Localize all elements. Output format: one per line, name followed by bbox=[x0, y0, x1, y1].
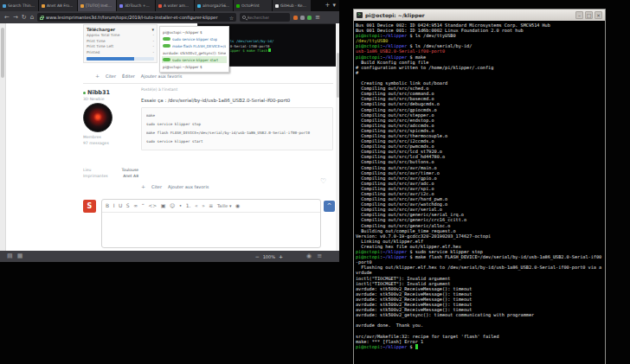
code-popup-text: pi@octopi:~/klipper $ bbox=[163, 65, 202, 69]
refresh-icon[interactable]: ↻ bbox=[22, 15, 27, 21]
terminal-text: Compiling out/src/lcd_hd44780.o bbox=[356, 154, 445, 159]
browser-tab[interactable]: GitHub - Ke... bbox=[273, 0, 312, 11]
terminal-text: Compiling out/src/avr/spi.o bbox=[356, 186, 434, 191]
browser-tab[interactable]: Anet A8 Fro... bbox=[39, 0, 78, 11]
member-field-row: ImprimantesAnet A8 bbox=[83, 173, 138, 179]
tab-list-button[interactable]: ▾ bbox=[332, 3, 336, 9]
print-progress-bar bbox=[87, 57, 154, 61]
tab-favicon bbox=[3, 4, 6, 8]
chevron-down-icon[interactable]: ▾ bbox=[151, 27, 154, 32]
minimize-button[interactable]: – bbox=[575, 11, 583, 19]
reply-editor[interactable]: BIUS∞“<>▣☺•1.«»≡Taille ▾◉ bbox=[101, 199, 321, 248]
terminal-text: Compiling out/src/command.o bbox=[356, 91, 434, 96]
like-heart-icon[interactable]: ♡ bbox=[320, 177, 326, 185]
strikethrough-icon[interactable]: S bbox=[126, 203, 130, 208]
bookmark-star-icon[interactable]: ☆ bbox=[229, 15, 234, 21]
search-icon bbox=[242, 16, 246, 19]
reply-actions-row: + CiterAjouter aux favoris bbox=[141, 183, 209, 189]
italic-icon[interactable]: I bbox=[113, 203, 115, 208]
font-size-label[interactable]: Taille ▾ bbox=[217, 203, 232, 208]
action-link-ajouter-aux-favoris[interactable]: Ajouter aux favoris bbox=[141, 73, 182, 79]
author-avatar[interactable] bbox=[83, 103, 112, 132]
new-tab-button[interactable]: + bbox=[325, 3, 331, 9]
terminal-text: Compiling out/src/avr/main.o bbox=[356, 165, 437, 170]
quote-icon[interactable]: “ bbox=[142, 203, 145, 208]
numbered-list-icon[interactable]: 1. bbox=[186, 203, 191, 208]
author-rank: 3D Newbie bbox=[83, 97, 138, 101]
underline-icon[interactable]: U bbox=[119, 203, 122, 208]
desktop: Search Thin...Anet A8 Fro...[TUTO] Inst.… bbox=[0, 0, 630, 364]
extension-icon[interactable] bbox=[293, 16, 298, 20]
state-row-value: - bbox=[152, 50, 154, 56]
terminal-text: Compiling out/src/buttons.o bbox=[356, 159, 434, 164]
code-line: sudo service klipper start bbox=[146, 137, 328, 146]
browser-tab[interactable]: Search Thin... bbox=[0, 0, 39, 11]
quoted-post-actions-row: + CiterÉditerAjouter aux favoris bbox=[95, 73, 182, 79]
editor-text-area[interactable] bbox=[102, 213, 320, 247]
editor-expand-button[interactable]: ^ bbox=[324, 201, 335, 212]
bold-icon[interactable]: B bbox=[106, 203, 109, 208]
member-post-count: 97 messages bbox=[83, 141, 138, 147]
action-link--diter[interactable]: Éditer bbox=[122, 73, 135, 79]
maximize-button[interactable]: □ bbox=[585, 11, 593, 19]
image-icon[interactable]: ▣ bbox=[161, 203, 166, 208]
zoom-out-button[interactable]: − bbox=[255, 253, 260, 259]
left-scrollbar[interactable] bbox=[0, 23, 6, 251]
grid-icon[interactable]: ▦ bbox=[17, 253, 23, 259]
terminal-prompt-path: ~/klipper bbox=[382, 254, 407, 259]
extension-icon[interactable] bbox=[300, 16, 305, 20]
page-scrollbar[interactable] bbox=[336, 23, 339, 251]
bullet-list-icon[interactable]: • bbox=[179, 203, 183, 208]
browser-tab[interactable]: almorga256... bbox=[195, 0, 234, 11]
editor-user-avatar: S bbox=[83, 200, 96, 213]
pages-icon[interactable]: ▤ bbox=[7, 253, 13, 259]
preview-icon[interactable]: ◉ bbox=[235, 203, 240, 208]
menu-icon[interactable]: ≡ bbox=[315, 15, 320, 21]
outdent-icon[interactable]: « bbox=[195, 203, 198, 208]
link-icon[interactable]: ∞ bbox=[133, 203, 138, 208]
terminal-text: avrdude: stk500v2_ReceiveMessage(): time… bbox=[356, 307, 472, 312]
forward-icon[interactable]: → bbox=[13, 15, 18, 21]
zoom-in-button[interactable]: + bbox=[279, 253, 283, 259]
camera-icon[interactable]: ◉ bbox=[306, 253, 312, 259]
terminal-text: usb-1a86_USB2.0-Serial-if00-port0 bbox=[356, 48, 445, 54]
browser-tab[interactable]: 3DTouch +... bbox=[117, 0, 156, 11]
state-panel-title: Télécharger bbox=[87, 27, 115, 32]
tab-favicon bbox=[197, 4, 201, 8]
action-link-citer[interactable]: Citer bbox=[151, 184, 162, 189]
terminal-text: Compiling out/src/generic/alloc.o bbox=[356, 223, 450, 228]
browser-tab[interactable]: [TUTO] Inst... bbox=[78, 0, 117, 11]
home-icon[interactable]: ⌂ bbox=[30, 15, 34, 21]
back-icon[interactable]: ← bbox=[4, 15, 10, 21]
post-divider bbox=[83, 83, 333, 84]
terminal-body[interactable]: Bus 001 Device 002: ID 0424:9514 Standar… bbox=[354, 21, 605, 364]
status-left-icons: ▤▦ bbox=[7, 253, 22, 259]
author-name[interactable]: Nibb31 bbox=[87, 89, 110, 96]
align-icon[interactable]: ≡ bbox=[209, 203, 213, 208]
more-icon[interactable]: ≡ bbox=[317, 253, 322, 259]
terminal-text: src/avr/Makefile:32: recipe for target '… bbox=[356, 334, 499, 339]
code-icon[interactable]: <> bbox=[148, 203, 157, 208]
terminal-text: Compiling out/src/avr/gpio.o bbox=[356, 176, 437, 181]
search-bar[interactable]: Rechercher bbox=[240, 13, 290, 22]
terminal-text: Compiling out/src/thermocouple.o bbox=[356, 133, 447, 138]
action-link-citer[interactable]: Citer bbox=[106, 73, 116, 79]
post-timestamp[interactable]: Posté(e) à l'instant bbox=[141, 87, 333, 92]
browser-tab[interactable]: OctoPrint bbox=[234, 0, 273, 11]
action-link-ajouter-aux-favoris[interactable]: Ajouter aux favoris bbox=[168, 184, 209, 189]
emoji-icon[interactable]: ☺ bbox=[170, 203, 175, 208]
quoted-code-popup: pi@octopi:~/klipper $sudo service klippe… bbox=[159, 26, 229, 73]
close-button[interactable]: × bbox=[595, 11, 602, 19]
quote-plus-icon[interactable]: + bbox=[141, 183, 145, 189]
page-scrollbar-thumb[interactable] bbox=[337, 53, 339, 98]
browser-tab[interactable]: A voter am... bbox=[156, 0, 195, 11]
terminal-command: $ bbox=[407, 344, 415, 349]
indent-icon[interactable]: » bbox=[202, 203, 205, 208]
search-placeholder: Rechercher bbox=[248, 16, 269, 20]
member-field-row: LieuToulouse bbox=[83, 167, 138, 173]
left-scrollbar-thumb[interactable] bbox=[1, 28, 4, 78]
terminal-titlebar[interactable]: pi@octopi: ~/klipper –□× bbox=[354, 10, 605, 21]
url-bar[interactable]: www.lesimprimantes3d.fr/forum/topic/2019… bbox=[37, 13, 236, 22]
quote-plus-icon[interactable]: + bbox=[95, 73, 100, 79]
extension-icon[interactable] bbox=[307, 16, 312, 20]
